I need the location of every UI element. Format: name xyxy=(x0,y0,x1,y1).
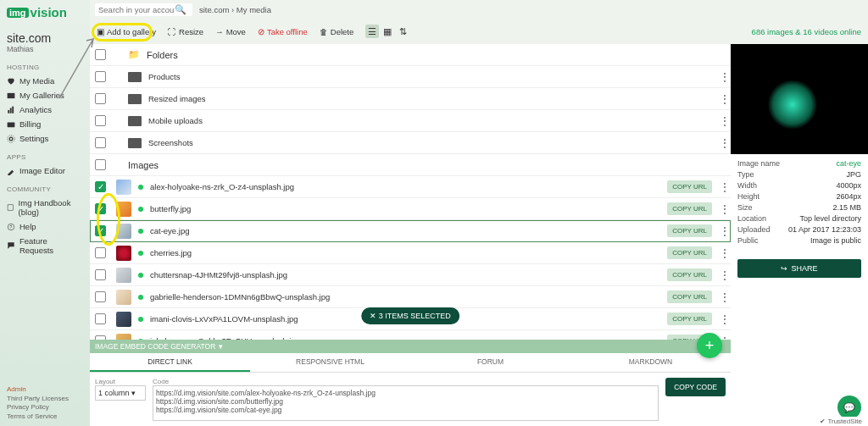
sidebar-item-analytics[interactable]: Analytics xyxy=(7,105,83,114)
image-thumbnail[interactable] xyxy=(116,224,131,239)
view-toggle[interactable]: ☰ ▦ ⇅ xyxy=(365,25,409,38)
meta-row: Height 2604px xyxy=(737,192,861,201)
more-icon[interactable]: ⋮ xyxy=(719,136,726,150)
search-icon[interactable]: 🔍 xyxy=(175,4,186,15)
image-row[interactable]: ✓ alex-holyoake-ns-zrk_O-z4-unsplash.jpg… xyxy=(90,176,731,198)
checkbox[interactable] xyxy=(95,247,106,258)
image-thumbnail[interactable] xyxy=(116,334,131,340)
meta-row: Image name cat-eye xyxy=(737,159,861,168)
grid-view-icon[interactable]: ▦ xyxy=(381,25,394,38)
search-input[interactable] xyxy=(98,5,175,14)
svg-point-6 xyxy=(8,135,15,142)
chat-fab[interactable]: 💬 xyxy=(837,396,861,419)
checkbox[interactable] xyxy=(95,49,106,60)
more-icon[interactable]: ⋮ xyxy=(719,114,726,128)
sidebar-item-my-galleries[interactable]: My Galleries xyxy=(7,91,83,100)
more-icon[interactable]: ⋮ xyxy=(719,92,726,106)
delete-icon: 🗑 xyxy=(320,27,328,36)
image-thumbnail[interactable] xyxy=(116,202,131,217)
checkbox[interactable]: ✓ xyxy=(95,203,106,214)
checkbox[interactable] xyxy=(95,71,106,82)
share-icon: ↪ xyxy=(781,264,787,273)
sidebar-item-settings[interactable]: Settings xyxy=(7,134,83,143)
checkbox[interactable] xyxy=(95,159,106,170)
copy-url-button[interactable]: COPY URL xyxy=(667,313,712,325)
image-thumbnail[interactable] xyxy=(116,180,131,195)
checkbox[interactable]: ✓ xyxy=(95,181,106,192)
resize-icon: ⛶ xyxy=(168,27,176,36)
folder-row[interactable]: Mobile uploads ⋮ xyxy=(90,110,731,132)
trusted-badge[interactable]: ✔ TrustedSite xyxy=(817,417,865,426)
image-row[interactable]: gabrielle-henderson-1DMNn6gBbwQ-unsplash… xyxy=(90,286,731,308)
checkbox[interactable] xyxy=(95,137,106,148)
more-icon[interactable]: ⋮ xyxy=(719,246,726,260)
sidebar-item-help[interactable]: ?Help xyxy=(7,222,83,231)
image-preview[interactable] xyxy=(731,44,868,154)
more-icon[interactable]: ⋮ xyxy=(719,180,726,194)
tab-responsive-html[interactable]: RESPONSIVE HTML xyxy=(250,353,410,372)
more-icon[interactable]: ⋮ xyxy=(719,268,726,282)
add-fab[interactable]: + xyxy=(697,333,722,358)
checkbox[interactable] xyxy=(95,291,106,302)
section-hosting: HOSTING xyxy=(7,64,83,71)
sidebar-item-handbook[interactable]: Img Handbook (blog) xyxy=(7,198,83,217)
more-icon[interactable]: ⋮ xyxy=(719,202,726,216)
media-list[interactable]: 📁 Folders Products ⋮ Resized images ⋮ Mo… xyxy=(90,44,731,340)
image-row[interactable]: cherries.jpg COPY URL ⋮ xyxy=(90,242,731,264)
copy-url-button[interactable]: COPY URL xyxy=(667,246,712,259)
code-label: Code xyxy=(153,378,659,385)
list-view-icon[interactable]: ☰ xyxy=(365,25,379,38)
embed-code-box[interactable]: https://d.img.vision/site.com/alex-holyo… xyxy=(153,385,659,421)
copy-url-button[interactable]: COPY URL xyxy=(667,180,712,193)
logo[interactable]: imgvision xyxy=(7,5,83,19)
image-row[interactable]: ✓ butterfly.jpg COPY URL ⋮ xyxy=(90,198,731,220)
selection-chip[interactable]: ✕ 3 ITEMS SELECTED xyxy=(361,307,459,324)
image-thumbnail[interactable] xyxy=(116,312,131,327)
folder-row[interactable]: Resized images ⋮ xyxy=(90,88,731,110)
image-thumbnail[interactable] xyxy=(116,290,131,305)
sidebar-item-image-editor[interactable]: Image Editor xyxy=(7,166,83,175)
checkbox[interactable] xyxy=(95,269,106,280)
take-offline-button[interactable]: ⊘Take offline xyxy=(258,27,308,36)
sort-icon[interactable]: ⇅ xyxy=(396,25,409,38)
breadcrumb[interactable]: site.com › My media xyxy=(199,5,271,14)
folder-name: Products xyxy=(148,72,712,81)
more-icon[interactable]: ⋮ xyxy=(719,313,726,326)
move-button[interactable]: →Move xyxy=(215,27,246,36)
image-row[interactable]: ✓ cat-eye.jpg COPY URL ⋮ xyxy=(90,220,731,242)
sidebar-item-my-media[interactable]: My Media xyxy=(7,76,83,86)
more-icon[interactable]: ⋮ xyxy=(719,224,726,238)
more-icon[interactable]: ⋮ xyxy=(719,70,726,84)
sidebar-item-billing[interactable]: Billing xyxy=(7,119,83,129)
details-panel: Image name cat-eye Type JPG Width 4000px… xyxy=(731,44,868,426)
image-thumbnail[interactable] xyxy=(116,246,131,261)
folder-row[interactable]: Products ⋮ xyxy=(90,66,731,88)
layout-select[interactable]: 1 column ▾ xyxy=(95,385,146,401)
copy-code-button[interactable]: COPY CODE xyxy=(665,378,726,396)
add-to-gallery-button[interactable]: ▣ Add to gallery xyxy=(97,27,156,36)
svg-rect-7 xyxy=(8,205,13,210)
more-icon[interactable]: ⋮ xyxy=(719,290,726,304)
image-thumbnail[interactable] xyxy=(116,268,131,283)
image-row[interactable]: chuttersnap-4JHMt29fvj8-unsplash.jpg COP… xyxy=(90,264,731,286)
share-button[interactable]: ↪ SHARE xyxy=(737,259,861,278)
layout-label: Layout xyxy=(95,378,146,385)
copy-url-button[interactable]: COPY URL xyxy=(667,268,712,281)
embed-generator-bar[interactable]: IMAGE EMBED CODE GENERATOR ▾ xyxy=(90,340,731,353)
tab-forum[interactable]: FORUM xyxy=(410,353,570,372)
checkbox[interactable] xyxy=(95,93,106,104)
sidebar-item-feature-requests[interactable]: Feature Requests xyxy=(7,236,83,255)
checkbox[interactable] xyxy=(95,115,106,126)
image-row[interactable]: jakob-owens-O_bhy3TnSYU-unsplash.jpg COP… xyxy=(90,330,731,340)
folder-row[interactable]: Screenshots ⋮ xyxy=(90,132,731,154)
copy-url-button[interactable]: COPY URL xyxy=(667,202,712,215)
checkbox[interactable]: ✓ xyxy=(95,225,106,236)
copy-url-button[interactable]: COPY URL xyxy=(667,224,712,237)
tab-direct-link[interactable]: DIRECT LINK xyxy=(90,353,250,372)
delete-button[interactable]: 🗑Delete xyxy=(320,27,353,36)
copy-url-button[interactable]: COPY URL xyxy=(667,290,712,303)
checkbox[interactable] xyxy=(95,313,106,324)
resize-button[interactable]: ⛶Resize xyxy=(168,27,203,36)
search-input-wrap[interactable]: 🔍 xyxy=(95,3,192,16)
images-heading-row: Images xyxy=(90,154,731,176)
